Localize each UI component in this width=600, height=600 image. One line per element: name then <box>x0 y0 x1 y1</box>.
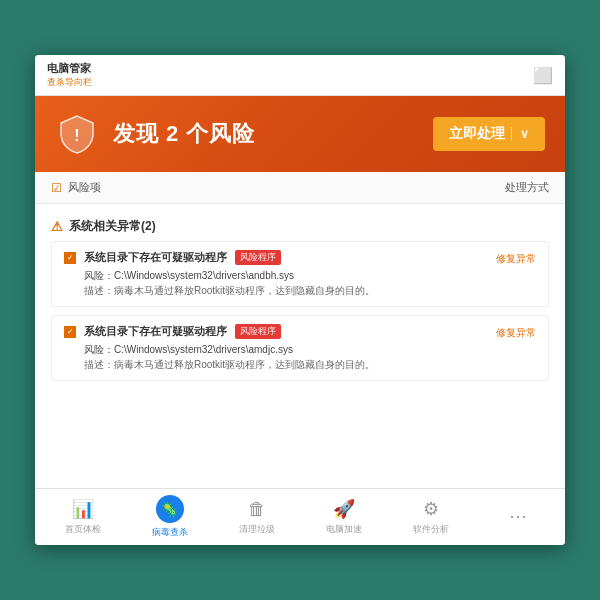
risk-action-2[interactable]: 修复异常 <box>496 324 536 340</box>
header-banner: ! 发现 2 个风险 立即处理 ∨ <box>35 96 565 172</box>
nav-label-speed: 电脑加速 <box>326 523 362 536</box>
risk-checkbox-2[interactable] <box>64 326 76 338</box>
nav-item-software[interactable]: ⚙ 软件分析 <box>387 498 474 536</box>
action-button[interactable]: 立即处理 ∨ <box>433 117 545 151</box>
risk-badge-2: 风险程序 <box>235 324 281 339</box>
risk-desc-2: 描述：病毒木马通过释放Rootkit驱动程序，达到隐藏自身的目的。 <box>84 357 486 372</box>
risk-item-left: 系统目录下存在可疑驱动程序 风险程序 风险：C:\Windows\system3… <box>64 250 486 298</box>
risk-detail-2: 风险：C:\Windows\system32\drivers\amdjc.sys… <box>84 342 486 372</box>
topbar-left: 电脑管家 查杀导向栏 <box>47 61 92 89</box>
risk-item-name-2: 系统目录下存在可疑驱动程序 <box>84 324 227 339</box>
more-icon: ⋯ <box>509 505 527 527</box>
nav-item-speed[interactable]: 🚀 电脑加速 <box>300 498 387 536</box>
risk-section: ⚠ 系统相关异常(2) 系统目录下存在可疑驱动程序 风险程序 风险：C:\Win… <box>35 204 565 395</box>
risk-item: 系统目录下存在可疑驱动程序 风险程序 风险：C:\Windows\system3… <box>51 241 549 307</box>
virus-icon-circle: 🦠 <box>156 495 184 523</box>
risk-desc-1: 描述：病毒木马通过释放Rootkit驱动程序，达到隐藏自身的目的。 <box>84 283 486 298</box>
virus-icon: 🦠 <box>161 501 178 517</box>
home-icon: 📊 <box>72 498 94 520</box>
risk-badge-1: 风险程序 <box>235 250 281 265</box>
risk-path-2: 风险：C:\Windows\system32\drivers\amdjc.sys <box>84 342 486 357</box>
header-title: 发现 2 个风险 <box>113 119 255 149</box>
header-left: ! 发现 2 个风险 <box>55 112 255 156</box>
risk-item-left-2: 系统目录下存在可疑驱动程序 风险程序 风险：C:\Windows\system3… <box>64 324 486 372</box>
content-area: ☑ 风险项 处理方式 ⚠ 系统相关异常(2) 系统目录下存在可疑驱动程序 风险程… <box>35 172 565 488</box>
risk-checkbox-1[interactable] <box>64 252 76 264</box>
risk-item-title-row: 系统目录下存在可疑驱动程序 风险程序 <box>64 250 486 265</box>
risk-item-2: 系统目录下存在可疑驱动程序 风险程序 风险：C:\Windows\system3… <box>51 315 549 381</box>
clean-icon: 🗑 <box>248 499 266 520</box>
nav-label-virus: 病毒查杀 <box>152 526 188 539</box>
risk-path-1: 风险：C:\Windows\system32\drivers\andbh.sys <box>84 268 486 283</box>
svg-text:!: ! <box>74 127 79 144</box>
table-header: ☑ 风险项 处理方式 <box>35 172 565 204</box>
topbar: 电脑管家 查杀导向栏 ⬜ <box>35 55 565 96</box>
app-subtitle: 查杀导向栏 <box>47 76 92 89</box>
window-icon: ⬜ <box>533 66 553 85</box>
app-title: 电脑管家 <box>47 61 92 76</box>
nav-label-clean: 清理垃圾 <box>239 523 275 536</box>
nav-item-more[interactable]: ⋯ <box>474 505 561 530</box>
warning-icon: ⚠ <box>51 219 63 234</box>
software-icon: ⚙ <box>423 498 439 520</box>
risk-item-title-row-2: 系统目录下存在可疑驱动程序 风险程序 <box>64 324 486 339</box>
risk-item-name-1: 系统目录下存在可疑驱动程序 <box>84 250 227 265</box>
bottom-nav: 📊 首页体检 🦠 病毒查杀 🗑 清理垃圾 🚀 电脑加速 ⚙ 软件分析 ⋯ <box>35 488 565 545</box>
section-title: ⚠ 系统相关异常(2) <box>51 210 549 241</box>
action-arrow: ∨ <box>511 127 529 141</box>
risk-detail-1: 风险：C:\Windows\system32\drivers\andbh.sys… <box>84 268 486 298</box>
nav-item-home[interactable]: 📊 首页体检 <box>39 498 126 536</box>
nav-label-software: 软件分析 <box>413 523 449 536</box>
risk-action-1[interactable]: 修复异常 <box>496 250 536 266</box>
speed-icon: 🚀 <box>333 498 355 520</box>
nav-item-virus[interactable]: 🦠 病毒查杀 <box>126 495 213 539</box>
nav-label-home: 首页体检 <box>65 523 101 536</box>
table-header-risk: ☑ 风险项 <box>51 180 101 195</box>
nav-item-clean[interactable]: 🗑 清理垃圾 <box>213 499 300 536</box>
main-window: 电脑管家 查杀导向栏 ⬜ ! 发现 2 个风险 立即处理 ∨ ☑ 风险项 <box>35 55 565 545</box>
shield-icon: ! <box>55 112 99 156</box>
checkbox-all-icon: ☑ <box>51 181 62 195</box>
table-header-action: 处理方式 <box>505 180 549 195</box>
